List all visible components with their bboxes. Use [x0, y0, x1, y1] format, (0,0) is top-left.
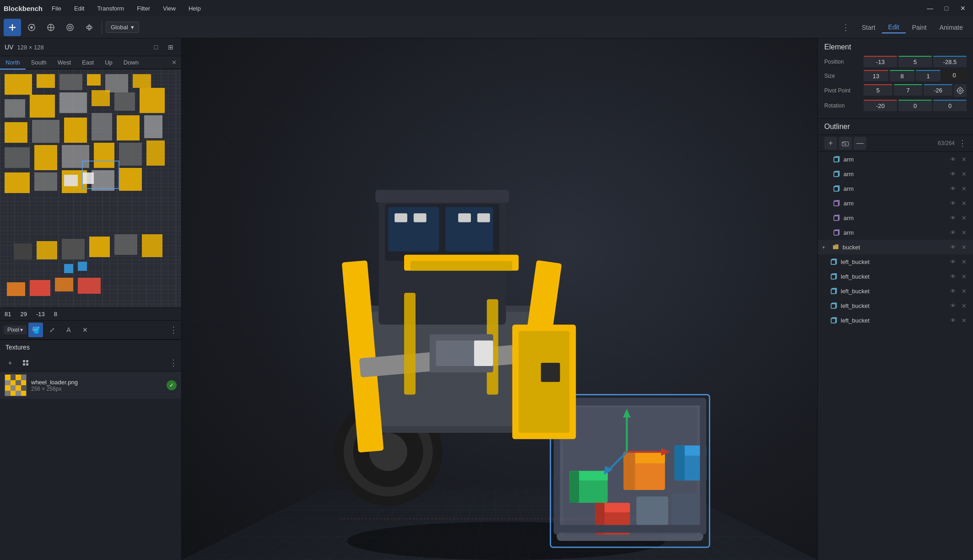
- import-texture-button[interactable]: [19, 356, 32, 369]
- outliner-item-arm-3[interactable]: arm 👁 ✕: [818, 181, 973, 196]
- size-z-input[interactable]: [916, 70, 941, 81]
- pivot-x-input[interactable]: [864, 84, 892, 96]
- item-delete-button[interactable]: ✕: [959, 155, 968, 164]
- close-button[interactable]: ✕: [957, 2, 969, 15]
- outliner-item-arm-4[interactable]: arm 👁 ✕: [818, 196, 973, 210]
- svg-rect-35: [119, 168, 142, 191]
- menu-transform[interactable]: Transform: [93, 3, 128, 14]
- outliner-item-left-bucket-2[interactable]: left_bucket 👁 ✕: [818, 269, 973, 284]
- add-group-button[interactable]: [839, 137, 852, 150]
- uv-window-icon[interactable]: □: [150, 41, 162, 53]
- outliner-item-arm-1[interactable]: arm 👁 ✕: [818, 152, 973, 167]
- item-visibility-button[interactable]: 👁: [948, 155, 957, 164]
- menu-edit[interactable]: Edit: [70, 3, 88, 14]
- tab-animate[interactable]: Animate: [933, 22, 969, 33]
- tab-paint[interactable]: Paint: [906, 22, 933, 33]
- outliner-item-left-bucket-4[interactable]: left_bucket 👁 ✕: [818, 298, 973, 313]
- position-y-input[interactable]: [898, 56, 932, 67]
- uv-more-button[interactable]: ⋮: [169, 325, 178, 335]
- item-visibility-button[interactable]: 👁: [948, 184, 957, 193]
- menu-filter[interactable]: Filter: [133, 3, 154, 14]
- pivot-z-input[interactable]: [924, 84, 952, 96]
- item-delete-button[interactable]: ✕: [959, 272, 968, 281]
- outliner-item-arm-5[interactable]: arm 👁 ✕: [818, 210, 973, 225]
- texture-item[interactable]: wheel_loader.png 256 × 256px ✓: [0, 372, 181, 399]
- global-dropdown[interactable]: Global ▾: [106, 22, 139, 33]
- item-delete-button[interactable]: ✕: [959, 213, 968, 222]
- item-delete-button[interactable]: ✕: [959, 301, 968, 310]
- outliner-group-bucket[interactable]: ▾ bucket 👁 ✕: [818, 240, 973, 254]
- textures-more-button[interactable]: ⋮: [169, 358, 178, 368]
- outliner-item-arm-6[interactable]: arm 👁 ✕: [818, 225, 973, 240]
- item-delete-button[interactable]: ✕: [959, 199, 968, 208]
- outliner-item-left-bucket-5[interactable]: left_bucket 👁 ✕: [818, 313, 973, 328]
- item-visibility-button[interactable]: 👁: [948, 228, 957, 237]
- move-tool-button[interactable]: [4, 19, 21, 36]
- pivot-y-input[interactable]: [894, 84, 923, 96]
- item-delete-button[interactable]: ✕: [959, 316, 968, 325]
- position-x-input[interactable]: [864, 56, 897, 67]
- pixel-mode-button[interactable]: Pixel ▾: [4, 325, 27, 334]
- face-tab-south[interactable]: South: [26, 56, 52, 70]
- menu-file[interactable]: File: [48, 3, 65, 14]
- tab-start[interactable]: Start: [855, 22, 882, 33]
- cube-purple-icon: [832, 228, 841, 237]
- item-delete-button[interactable]: ✕: [959, 257, 968, 266]
- item-visibility-button[interactable]: 👁: [948, 257, 957, 266]
- tab-edit[interactable]: Edit: [882, 22, 906, 33]
- face-tab-up[interactable]: Up: [99, 56, 118, 70]
- face-tab-down[interactable]: Down: [118, 56, 144, 70]
- position-z-input[interactable]: [933, 56, 967, 67]
- face-close-button[interactable]: ✕: [167, 56, 181, 69]
- item-visibility-button[interactable]: 👁: [948, 301, 957, 310]
- add-texture-button[interactable]: +: [4, 356, 16, 369]
- outliner-more-button[interactable]: ⋮: [958, 138, 967, 148]
- text-tool-button[interactable]: A: [61, 323, 76, 337]
- item-visibility-button[interactable]: 👁: [948, 213, 957, 222]
- face-tab-west[interactable]: West: [52, 56, 76, 70]
- outliner-item-left-bucket-1[interactable]: left_bucket 👁 ✕: [818, 254, 973, 269]
- item-delete-button[interactable]: ✕: [959, 228, 968, 237]
- item-delete-button[interactable]: ✕: [959, 242, 968, 252]
- item-visibility-button[interactable]: 👁: [948, 286, 957, 296]
- rotation-z-input[interactable]: [933, 100, 967, 111]
- item-delete-button[interactable]: ✕: [959, 184, 968, 193]
- item-visibility-button[interactable]: 👁: [948, 242, 957, 252]
- toolbar-more-button[interactable]: ⋮: [842, 22, 850, 32]
- item-visibility-button[interactable]: 👁: [948, 272, 957, 281]
- menu-view[interactable]: View: [159, 3, 179, 14]
- pivot-target-button[interactable]: [954, 84, 967, 97]
- uv-canvas[interactable]: [0, 70, 181, 307]
- svg-rect-22: [92, 113, 112, 140]
- add-cube-button[interactable]: +: [824, 137, 837, 150]
- viewport[interactable]: [182, 38, 817, 560]
- face-tab-east[interactable]: East: [76, 56, 99, 70]
- item-visibility-button[interactable]: 👁: [948, 169, 957, 178]
- rotation-y-input[interactable]: [898, 100, 932, 111]
- size-y-input[interactable]: [890, 70, 914, 81]
- svg-rect-42: [64, 175, 78, 186]
- pivot-tool-button[interactable]: [61, 19, 79, 36]
- viewport-canvas[interactable]: [182, 38, 817, 560]
- outliner-item-left-bucket-3[interactable]: left_bucket 👁 ✕: [818, 284, 973, 298]
- menu-help[interactable]: Help: [185, 3, 205, 14]
- expand-button[interactable]: ⤢: [45, 323, 59, 337]
- remove-button[interactable]: —: [854, 137, 866, 150]
- item-delete-button[interactable]: ✕: [959, 169, 968, 178]
- size-w-input[interactable]: [942, 70, 967, 81]
- item-delete-button[interactable]: ✕: [959, 286, 968, 296]
- paint-bucket-button[interactable]: 🪣: [28, 323, 43, 337]
- rotate-tool-button[interactable]: [23, 19, 40, 36]
- size-x-input[interactable]: [864, 70, 888, 81]
- outliner-item-arm-2[interactable]: arm 👁 ✕: [818, 167, 973, 181]
- close-uv-button[interactable]: ✕: [78, 323, 92, 337]
- rotation-x-input[interactable]: [864, 100, 897, 111]
- item-visibility-button[interactable]: 👁: [948, 316, 957, 325]
- minimize-button[interactable]: —: [924, 2, 936, 15]
- face-tab-north[interactable]: North: [0, 56, 26, 70]
- scale-tool-button[interactable]: [42, 19, 59, 36]
- uv-grid-icon[interactable]: ⊞: [165, 41, 177, 53]
- item-visibility-button[interactable]: 👁: [948, 199, 957, 208]
- orbit-tool-button[interactable]: [81, 19, 98, 36]
- maximize-button[interactable]: □: [940, 2, 953, 15]
